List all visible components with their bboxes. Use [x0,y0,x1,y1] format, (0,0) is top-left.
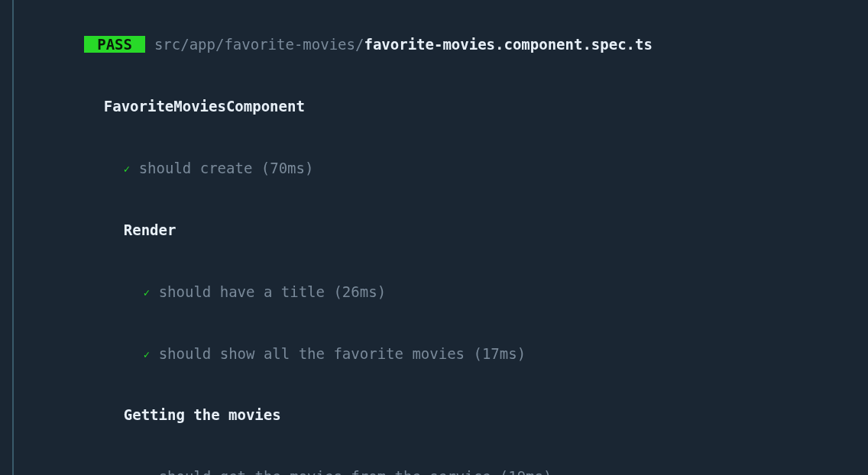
check-icon: ✓ [144,286,150,299]
test-file-header: PASS src/app/favorite-movies/favorite-mo… [29,14,840,76]
test-name: should show all the favorite movies (17m… [159,345,526,362]
file-path-dir: src/app/favorite-movies/ [154,36,364,53]
test-name: should get the movies from the service (… [159,468,552,475]
suite-group-title: Render [29,199,840,261]
test-row: ✓ should show all the favorite movies (1… [29,323,840,385]
test-row: ✓ should create (70ms) [29,137,840,199]
file-path-name: favorite-movies.component.spec.ts [364,36,653,53]
suite-root-title: FavoriteMoviesComponent [29,76,840,137]
check-icon: ✓ [144,471,150,475]
test-row: ✓ should have a title (26ms) [29,261,840,323]
pass-badge: PASS [84,36,146,53]
check-icon: ✓ [144,348,150,360]
terminal-output: PASS src/app/favorite-movies/favorite-mo… [29,14,840,475]
test-row: ✓ should get the movies from the service… [29,446,840,475]
test-name: should create (70ms) [139,160,314,176]
suite-group-title: Getting the movies [29,384,840,446]
test-name: should have a title (26ms) [159,283,386,300]
terminal-gutter-line [12,0,14,475]
check-icon: ✓ [124,163,130,175]
